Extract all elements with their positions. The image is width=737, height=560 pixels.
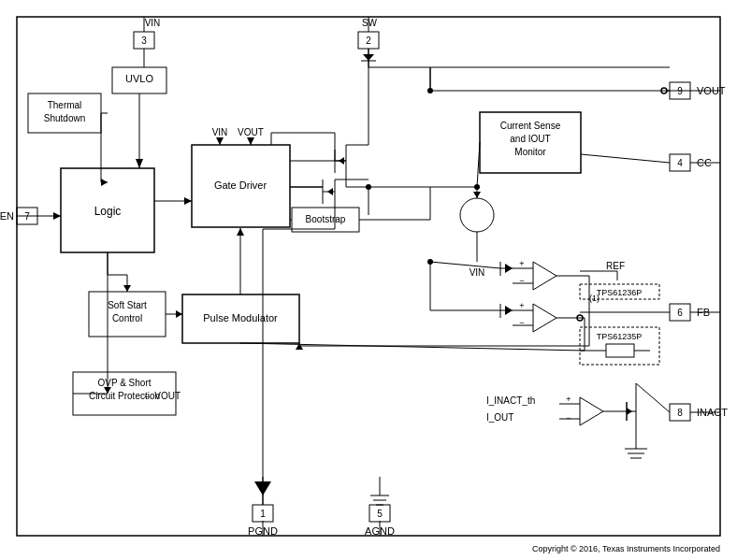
svg-line-142 [636,383,670,412]
en-left-label: EN [0,210,14,222]
svg-marker-61 [247,137,254,145]
logic-label: Logic [94,205,122,218]
svg-marker-80 [533,262,556,290]
pin3-label: 3 [141,36,147,46]
tps61236p-label: TPS61236P [597,288,643,297]
pin4-num: 4 [677,158,683,168]
svg-point-98 [427,259,433,265]
svg-marker-45 [136,159,143,168]
thermal-label-2: Shutdown [44,113,85,123]
svg-marker-28 [339,157,344,165]
pin8-num: 8 [677,408,683,418]
svg-marker-68 [473,192,481,198]
iinact-label: I_INACT_th [486,395,535,406]
inact-comp-minus: − [566,413,571,423]
thermal-label-1: Thermal [48,100,82,110]
sw-node [366,184,371,190]
ref-label: REF [606,261,625,271]
vin-cs-label: VIN [470,267,485,278]
pulse-mod-label: Pulse Modulator [203,312,278,323]
svg-point-66 [460,198,494,232]
ovp-label-1: OVP & Short [97,378,151,388]
svg-marker-115 [237,228,244,236]
comp2-plus: + [519,301,524,310]
soft-start-label-2: Control [112,313,142,323]
svg-marker-128 [254,481,271,495]
comp2-minus: − [519,318,524,327]
iout-label: I_OUT [486,412,513,423]
cs-label-3: Monitor [514,147,546,157]
svg-point-74 [427,88,433,93]
sw-top-label: SW [362,18,378,28]
ovp-vout-label: ← VOUT [142,391,181,401]
copyright-label: Copyright © 2016, Texas Instruments Inco… [532,544,720,553]
svg-marker-112 [123,285,131,292]
svg-marker-37 [327,188,333,195]
vout-gate-label: VOUT [238,127,264,137]
svg-marker-140 [627,408,632,415]
svg-line-78 [581,154,670,163]
svg-line-123 [240,343,585,351]
svg-marker-49 [101,179,108,186]
diagram-container: VIN SW 3 2 UVLO Thermal Shutdown Logic G… [0,0,737,560]
svg-marker-84 [533,304,556,332]
bootstrap-label: Bootstrap [306,214,346,224]
pin2-label: 2 [366,36,371,46]
svg-marker-133 [580,397,603,425]
svg-rect-103 [606,344,634,357]
svg-marker-108 [176,310,182,318]
svg-marker-59 [216,137,224,145]
cs-label-2: and IOUT [510,134,550,144]
pin5-num: 5 [377,509,383,519]
cs-label-1: Current Sense [500,121,561,131]
svg-marker-51 [53,212,61,220]
comp1-minus: − [519,276,524,285]
fb-junction-label: (1) [589,294,600,303]
pin6-num: 6 [677,308,683,318]
soft-start-label-1: Soft Start [108,300,147,310]
vin-gate-label: VIN [212,127,228,137]
tps61235p-label: TPS61235P [597,332,643,341]
svg-marker-53 [184,197,192,205]
inact-comp-plus: + [566,395,571,404]
vin-top-label: VIN [145,18,161,28]
pin1-num: 1 [260,509,266,519]
uvlo-label: UVLO [125,73,153,84]
comp1-plus: + [519,259,524,268]
svg-line-96 [430,262,500,268]
gate-driver-label: Gate Driver [214,179,267,191]
